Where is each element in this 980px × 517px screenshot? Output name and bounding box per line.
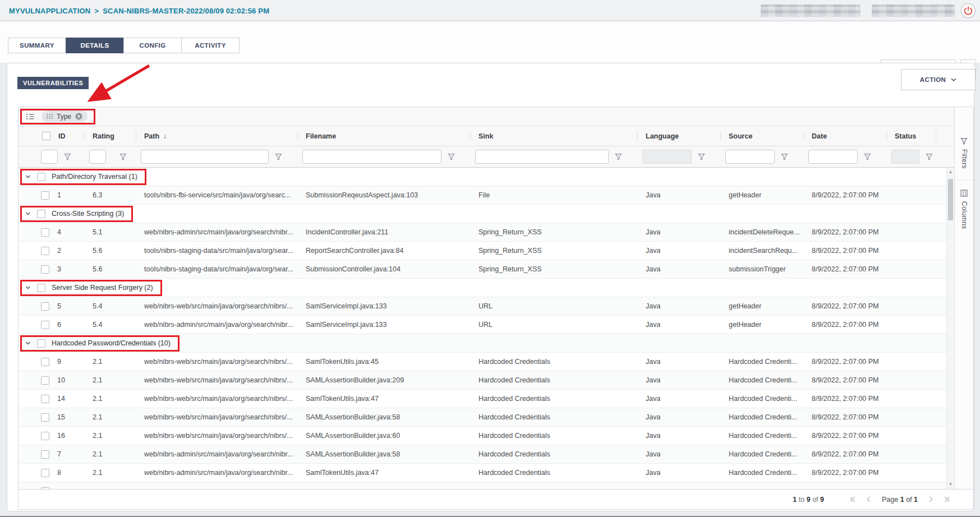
row-checkbox[interactable] <box>41 450 49 459</box>
filter-input-status <box>891 150 919 164</box>
column-header-date[interactable]: Date <box>804 126 887 146</box>
table-row[interactable]: 72.1web/nibrs-admin/src/main/java/org/se… <box>19 445 946 464</box>
filter-funnel-icon[interactable] <box>864 153 871 160</box>
chip-close-icon[interactable] <box>75 113 82 120</box>
row-checkbox[interactable] <box>41 265 49 274</box>
column-header-path[interactable]: Path↓ <box>136 126 298 146</box>
filter-input-source[interactable] <box>725 150 775 164</box>
select-all-checkbox[interactable] <box>42 132 50 140</box>
row-checkbox[interactable] <box>41 321 49 329</box>
row-checkbox[interactable] <box>41 432 49 440</box>
filter-funnel-icon[interactable] <box>275 153 282 160</box>
filter-funnel-icon[interactable] <box>615 153 622 160</box>
next-page-icon[interactable] <box>928 496 933 502</box>
filter-input-path[interactable] <box>141 150 269 164</box>
cell-text-date: 8/9/2022, 2:07:00 PM <box>812 432 879 440</box>
cell-text-date: 8/9/2022, 2:07:00 PM <box>812 265 879 273</box>
group-chip-type[interactable]: Type <box>42 110 88 122</box>
table-row[interactable]: 82.1web/nibrs-admin/src/main/java/org/se… <box>19 464 946 482</box>
logout-power-button[interactable] <box>960 3 976 19</box>
tab-activity[interactable]: ACTIVITY <box>181 38 240 53</box>
table-row[interactable] <box>19 482 946 489</box>
action-button[interactable]: ACTION <box>901 69 976 90</box>
table-row[interactable]: 35.6tools/nibrs-staging-data/src/main/ja… <box>19 260 946 279</box>
last-page-icon[interactable] <box>943 496 950 502</box>
cell-text-path: web/nibrs-admin/src/main/java/org/search… <box>144 450 293 458</box>
filter-input-date[interactable] <box>808 150 858 164</box>
row-checkbox[interactable] <box>41 376 49 385</box>
filter-input-rating[interactable] <box>89 150 106 164</box>
scroll-down-icon[interactable]: ▼ <box>947 482 954 487</box>
column-header-language[interactable]: Language <box>638 126 721 146</box>
row-checkbox[interactable] <box>41 469 49 477</box>
table-row[interactable]: 65.4web/nibrs-admin/src/main/java/org/se… <box>19 316 946 334</box>
group-expand-chevron[interactable] <box>25 174 31 179</box>
group-row[interactable]: Cross-Site Scripting (3) <box>19 205 946 223</box>
filter-input-filename[interactable] <box>302 150 441 164</box>
tab-details[interactable]: DETAILS <box>66 38 124 53</box>
scroll-up-icon[interactable]: ▲ <box>947 169 954 175</box>
scrollbar-thumb[interactable] <box>948 179 953 220</box>
filter-funnel-icon[interactable] <box>64 153 71 160</box>
column-header-id[interactable]: ID <box>19 126 85 146</box>
cell-filename <box>298 482 471 489</box>
group-expand-chevron[interactable] <box>25 285 31 290</box>
table-row[interactable]: 16.3tools/nibrs-fbi-service/src/main/jav… <box>19 186 946 205</box>
column-header-status[interactable]: Status <box>887 126 936 146</box>
breadcrumb-app[interactable]: MYVULNAPPLICATION <box>9 7 90 15</box>
filter-input-id[interactable] <box>41 150 58 164</box>
row-checkbox[interactable] <box>41 247 49 255</box>
group-row[interactable]: Path/Directory Traversal (1) <box>19 168 946 186</box>
cell-date: 8/9/2022, 2:07:00 PM <box>804 242 887 260</box>
table-row[interactable]: 45.1web/nibrs-admin/src/main/java/org/se… <box>19 223 946 242</box>
column-header-rating[interactable]: Rating <box>85 126 136 146</box>
row-checkbox[interactable] <box>41 395 49 403</box>
table-row[interactable]: 25.6tools/nibrs-staging-data/src/main/ja… <box>19 242 946 260</box>
table-row[interactable]: 152.1web/nibrs-web/src/main/java/org/sea… <box>19 408 946 427</box>
row-checkbox[interactable] <box>41 413 49 422</box>
cell-language: Java <box>638 464 721 482</box>
table-row[interactable]: 92.1web/nibrs-web/src/main/java/org/sear… <box>19 353 946 371</box>
prev-page-icon[interactable] <box>866 496 871 502</box>
row-checkbox[interactable] <box>41 228 49 237</box>
group-row[interactable]: Hardcoded Password/Credentials (10) <box>19 334 946 353</box>
row-checkbox[interactable] <box>41 302 49 311</box>
filter-funnel-icon[interactable] <box>448 153 455 160</box>
row-checkbox[interactable] <box>41 191 49 200</box>
group-row[interactable]: Server Side Request Forgery (2) <box>19 279 946 297</box>
table-row[interactable]: 102.1web/nibrs-web/src/main/java/org/sea… <box>19 371 946 390</box>
sidebar-tab-columns[interactable]: Columns <box>955 180 973 234</box>
tab-config[interactable]: CONFIG <box>123 38 182 53</box>
group-expand-chevron[interactable] <box>25 211 31 216</box>
cell-source: submissionTrigger <box>721 260 804 278</box>
group-checkbox[interactable] <box>37 339 45 348</box>
group-checkbox[interactable] <box>37 210 45 218</box>
filter-funnel-icon[interactable] <box>781 153 788 160</box>
cell-text-language: Java <box>646 413 660 421</box>
cell-language: Java <box>638 242 721 260</box>
column-header-filename[interactable]: Filename <box>298 126 471 146</box>
first-page-icon[interactable] <box>850 496 857 502</box>
cell-text-path: web/nibrs-admin/src/main/java/org/search… <box>144 321 293 329</box>
group-by-toolbar: Type <box>19 107 954 126</box>
column-header-source[interactable]: Source <box>721 126 804 146</box>
group-checkbox[interactable] <box>37 284 45 292</box>
table-row[interactable]: 142.1web/nibrs-web/src/main/java/org/sea… <box>19 390 946 408</box>
row-checkbox[interactable] <box>41 358 49 366</box>
filter-funnel-icon[interactable] <box>926 153 933 160</box>
group-checkbox[interactable] <box>37 173 45 181</box>
column-header-sink[interactable]: Sink <box>471 126 638 146</box>
funnel-icon <box>960 137 968 145</box>
sidebar-tab-filters[interactable]: Filters <box>955 132 973 174</box>
table-row[interactable]: 162.1web/nibrs-web/src/main/java/org/sea… <box>19 427 946 445</box>
filter-input-sink[interactable] <box>475 150 609 164</box>
table-row[interactable]: 55.4web/nibrs-web/src/main/java/org/sear… <box>19 297 946 316</box>
breadcrumb[interactable]: MYVULNAPPLICATION > SCAN-NIBRS-MASTER-20… <box>9 0 269 21</box>
tab-summary[interactable]: SUMMARY <box>8 38 66 53</box>
filter-cell-language <box>638 146 721 167</box>
top-bar: MYVULNAPPLICATION > SCAN-NIBRS-MASTER-20… <box>0 0 980 21</box>
filter-funnel-icon[interactable] <box>119 153 127 160</box>
group-expand-chevron[interactable] <box>25 340 31 346</box>
filter-funnel-icon[interactable] <box>698 153 705 160</box>
vertical-scrollbar[interactable]: ▲ ▼ <box>946 168 954 489</box>
